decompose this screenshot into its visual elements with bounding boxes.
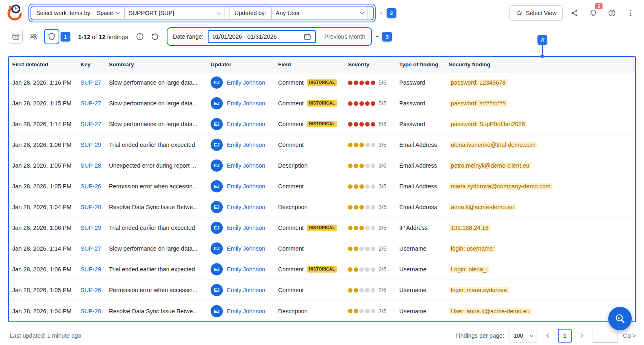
project-dropdown[interactable]: SUPPORT [SUP] bbox=[124, 7, 224, 19]
work-item-key-link[interactable]: SUP-29 bbox=[77, 266, 106, 273]
help-button[interactable]: ? bbox=[605, 6, 619, 20]
severity-label: 2/5 bbox=[379, 245, 386, 252]
table-row: Jan 28, 2026, 1:14 PM SUP-27 Slow perfor… bbox=[9, 238, 635, 259]
summary-cell: Slow performance on large data... bbox=[106, 245, 207, 252]
current-page-indicator[interactable]: 1 bbox=[558, 329, 572, 343]
first-detected-cell: Jan 28, 2026, 1:16 PM bbox=[9, 79, 77, 86]
historical-badge: HISTORICAL bbox=[307, 79, 337, 86]
field-label: Comment bbox=[278, 183, 304, 190]
col-field[interactable]: Field bbox=[275, 61, 345, 68]
security-finding-cell: login: username: bbox=[446, 245, 635, 252]
finding-highlight: User: anna.k@acme-demo.eu bbox=[449, 308, 532, 314]
work-item-key-link[interactable]: SUP-29 bbox=[77, 142, 106, 148]
field-cell: Comment bbox=[275, 245, 345, 252]
work-item-key-link[interactable]: SUP-20 bbox=[77, 308, 106, 314]
updater-cell: EJ Emily Johnson bbox=[207, 263, 275, 275]
work-item-key-link[interactable]: SUP-29 bbox=[77, 225, 106, 231]
per-page-select[interactable]: 100 bbox=[509, 329, 537, 343]
svg-text:?: ? bbox=[611, 11, 613, 15]
updater-link[interactable]: Emily Johnson bbox=[227, 266, 265, 273]
field-label: Description bbox=[278, 204, 308, 210]
updater-link[interactable]: Emily Johnson bbox=[227, 79, 265, 86]
updater-link[interactable]: Emily Johnson bbox=[227, 245, 265, 252]
users-view-button[interactable] bbox=[26, 30, 40, 44]
work-item-key-link[interactable]: SUP-27 bbox=[77, 121, 106, 127]
select-view-label: Select View bbox=[526, 10, 557, 16]
updater-cell: EJ Emily Johnson bbox=[207, 180, 275, 192]
severity-dots bbox=[348, 122, 375, 127]
select-view-button[interactable]: Select View bbox=[509, 5, 563, 21]
severity-dot bbox=[365, 143, 370, 147]
prev-page-button[interactable] bbox=[542, 330, 553, 341]
updater-link[interactable]: Emily Johnson bbox=[227, 162, 265, 169]
updater-link[interactable]: Emily Johnson bbox=[227, 204, 265, 210]
work-item-key-link[interactable]: SUP-27 bbox=[77, 79, 106, 86]
avatar: EJ bbox=[211, 118, 223, 130]
updater-link[interactable]: Emily Johnson bbox=[227, 225, 265, 231]
refresh-button[interactable] bbox=[149, 31, 161, 42]
severity-dot bbox=[371, 309, 375, 313]
date-range-annotated-region: Date range: 01/01/2026 - 01/31/2026 Prev… bbox=[167, 27, 372, 46]
scope-dropdown[interactable]: Space bbox=[97, 10, 120, 16]
more-options-button[interactable] bbox=[624, 6, 637, 20]
avatar: EJ bbox=[211, 242, 223, 255]
col-type-of-finding[interactable]: Type of finding bbox=[396, 61, 446, 68]
notifications-button[interactable]: 5 bbox=[586, 6, 600, 20]
work-item-key-link[interactable]: SUP-27 bbox=[77, 245, 106, 252]
info-icon bbox=[136, 33, 144, 41]
updater-cell: EJ Emily Johnson bbox=[207, 139, 275, 151]
finding-highlight: password: ######## bbox=[449, 100, 508, 107]
page-jump-input[interactable] bbox=[592, 329, 618, 343]
security-finding-cell: anna.k@acme-demo.eu bbox=[446, 204, 635, 210]
severity-dot bbox=[371, 81, 375, 85]
summary-cell: Trial ended earlier than expected bbox=[106, 142, 207, 148]
severity-label: 5/5 bbox=[379, 79, 386, 86]
work-item-key-link[interactable]: SUP-20 bbox=[77, 204, 106, 210]
table-view-button[interactable] bbox=[9, 30, 23, 44]
updated-by-dropdown[interactable]: Any User bbox=[271, 7, 368, 19]
quick-range-preset[interactable]: Previous Month bbox=[324, 33, 369, 40]
col-first-detected[interactable]: First detected bbox=[9, 61, 77, 68]
field-label: Comment bbox=[278, 121, 304, 127]
finding-highlight: anna.k@acme-demo.eu bbox=[449, 204, 516, 210]
severity-dot bbox=[371, 226, 375, 230]
severity-label: 5/5 bbox=[379, 121, 386, 127]
updater-link[interactable]: Emily Johnson bbox=[227, 183, 265, 190]
avatar: EJ bbox=[211, 97, 223, 109]
col-key[interactable]: Key bbox=[77, 61, 106, 68]
updater-link[interactable]: Emily Johnson bbox=[227, 100, 265, 107]
finding-highlight: olena.ivanenko@trial-demo.com bbox=[449, 142, 537, 148]
work-item-key-link[interactable]: SUP-26 bbox=[77, 183, 106, 190]
table-row: Jan 28, 2026, 1:06 PM SUP-29 Trial ended… bbox=[9, 218, 635, 238]
go-to-page-button[interactable]: Go > bbox=[623, 332, 636, 339]
share-button[interactable] bbox=[568, 6, 581, 20]
field-cell: Comment HISTORICAL bbox=[275, 100, 345, 107]
first-detected-cell: Jan 28, 2026, 1:14 PM bbox=[9, 245, 77, 252]
col-severity[interactable]: Severity bbox=[345, 61, 396, 68]
findings-total: 12 bbox=[99, 33, 106, 40]
col-updater[interactable]: Updater bbox=[207, 61, 275, 68]
severity-dot bbox=[354, 122, 358, 127]
project-dropdown-value: SUPPORT [SUP] bbox=[129, 10, 174, 16]
updater-link[interactable]: Emily Johnson bbox=[227, 121, 265, 127]
severity-dot bbox=[348, 184, 352, 189]
summary-cell: Permission error when accessin... bbox=[106, 183, 207, 190]
next-page-button[interactable] bbox=[577, 330, 587, 341]
updater-link[interactable]: Emily Johnson bbox=[227, 308, 265, 314]
work-item-key-link[interactable]: SUP-27 bbox=[77, 100, 106, 107]
info-button[interactable] bbox=[134, 31, 146, 42]
date-range-input[interactable]: 01/01/2026 - 01/31/2026 bbox=[208, 30, 316, 43]
col-security-finding[interactable]: Security finding bbox=[446, 61, 635, 68]
work-item-key-link[interactable]: SUP-28 bbox=[77, 162, 106, 169]
col-summary[interactable]: Summary bbox=[106, 61, 207, 68]
security-finding-cell: login: maria.sydorova bbox=[446, 287, 635, 293]
work-item-key-link[interactable]: SUP-26 bbox=[77, 287, 106, 293]
security-finding-cell: password: 12345678 bbox=[446, 79, 635, 86]
severity-label: 2/5 bbox=[379, 266, 386, 273]
severity-dots bbox=[348, 184, 375, 189]
assistant-search-fab[interactable]: a bbox=[608, 307, 632, 330]
updater-link[interactable]: Emily Johnson bbox=[227, 142, 265, 148]
table-row: Jan 28, 2026, 1:06 PM SUP-29 Trial ended… bbox=[9, 135, 635, 155]
security-findings-view-button[interactable] bbox=[46, 31, 58, 43]
updater-link[interactable]: Emily Johnson bbox=[227, 287, 265, 293]
